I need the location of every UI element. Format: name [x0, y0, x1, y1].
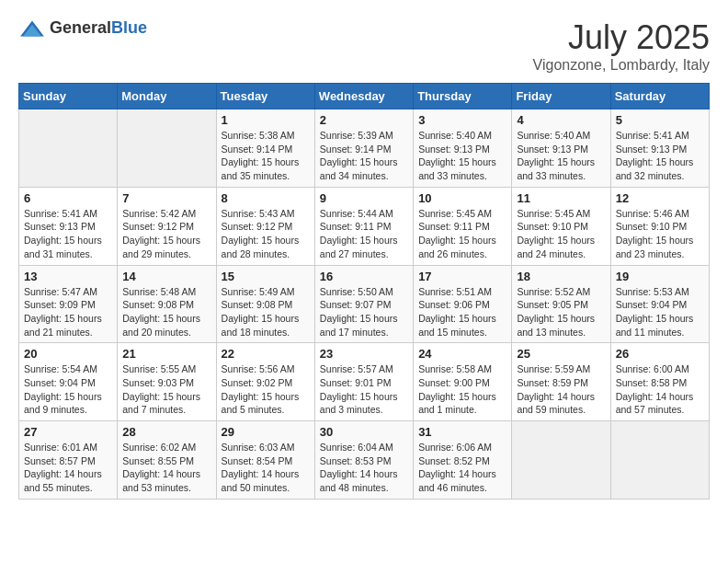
day-number: 7 — [122, 191, 210, 205]
calendar-cell: 17Sunrise: 5:51 AMSunset: 9:06 PMDayligh… — [414, 265, 512, 343]
day-info: Sunrise: 6:01 AMSunset: 8:57 PMDaylight:… — [24, 441, 112, 495]
calendar-cell: 27Sunrise: 6:01 AMSunset: 8:57 PMDayligh… — [19, 421, 118, 500]
day-number: 10 — [418, 191, 506, 205]
calendar-cell: 26Sunrise: 6:00 AMSunset: 8:58 PMDayligh… — [610, 343, 709, 421]
calendar-cell: 31Sunrise: 6:06 AMSunset: 8:52 PMDayligh… — [414, 421, 512, 500]
calendar-cell: 29Sunrise: 6:03 AMSunset: 8:54 PMDayligh… — [216, 421, 314, 500]
day-info: Sunrise: 5:55 AMSunset: 9:03 PMDaylight:… — [122, 362, 210, 417]
calendar-header-row: SundayMondayTuesdayWednesdayThursdayFrid… — [19, 84, 710, 109]
day-number: 20 — [24, 347, 112, 361]
calendar-cell: 24Sunrise: 5:58 AMSunset: 9:00 PMDayligh… — [414, 343, 512, 421]
calendar-cell: 22Sunrise: 5:56 AMSunset: 9:02 PMDayligh… — [216, 343, 314, 421]
day-number: 23 — [320, 347, 408, 361]
day-number: 6 — [24, 191, 112, 205]
calendar-cell: 2Sunrise: 5:39 AMSunset: 9:14 PMDaylight… — [314, 109, 413, 188]
calendar-cell — [610, 421, 709, 500]
day-info: Sunrise: 5:58 AMSunset: 9:00 PMDaylight:… — [418, 362, 506, 417]
calendar-cell: 7Sunrise: 5:42 AMSunset: 9:12 PMDaylight… — [118, 187, 216, 265]
day-info: Sunrise: 5:38 AMSunset: 9:14 PMDaylight:… — [222, 129, 310, 183]
day-info: Sunrise: 5:56 AMSunset: 9:02 PMDaylight:… — [222, 362, 310, 417]
calendar-cell: 4Sunrise: 5:40 AMSunset: 9:13 PMDaylight… — [512, 109, 610, 188]
day-info: Sunrise: 6:04 AMSunset: 8:53 PMDaylight:… — [320, 441, 408, 495]
calendar-cell: 25Sunrise: 5:59 AMSunset: 8:59 PMDayligh… — [512, 343, 610, 421]
weekday-header-saturday: Saturday — [610, 84, 709, 109]
calendar-cell: 30Sunrise: 6:04 AMSunset: 8:53 PMDayligh… — [314, 421, 413, 500]
calendar-cell: 13Sunrise: 5:47 AMSunset: 9:09 PMDayligh… — [19, 265, 118, 343]
calendar-table: SundayMondayTuesdayWednesdayThursdayFrid… — [18, 83, 710, 500]
calendar-cell — [19, 109, 118, 188]
day-number: 29 — [222, 425, 310, 439]
calendar-cell: 23Sunrise: 5:57 AMSunset: 9:01 PMDayligh… — [314, 343, 413, 421]
calendar-cell — [118, 109, 216, 188]
calendar-cell: 6Sunrise: 5:41 AMSunset: 9:13 PMDaylight… — [19, 187, 118, 265]
day-number: 14 — [122, 270, 210, 283]
day-info: Sunrise: 5:47 AMSunset: 9:09 PMDaylight:… — [24, 285, 112, 339]
day-number: 12 — [616, 191, 704, 205]
day-info: Sunrise: 5:54 AMSunset: 9:04 PMDaylight:… — [24, 362, 112, 417]
day-info: Sunrise: 5:48 AMSunset: 9:08 PMDaylight:… — [122, 285, 210, 339]
logo-general-text: General — [50, 18, 111, 37]
calendar-cell: 5Sunrise: 5:41 AMSunset: 9:13 PMDaylight… — [610, 109, 709, 188]
calendar-week-1: 1Sunrise: 5:38 AMSunset: 9:14 PMDaylight… — [19, 109, 710, 188]
day-number: 3 — [418, 113, 506, 127]
logo-icon — [18, 19, 46, 38]
day-info: Sunrise: 5:45 AMSunset: 9:10 PMDaylight:… — [517, 207, 605, 261]
day-info: Sunrise: 5:41 AMSunset: 9:13 PMDaylight:… — [24, 207, 112, 261]
day-info: Sunrise: 5:45 AMSunset: 9:11 PMDaylight:… — [418, 207, 506, 261]
calendar-cell: 18Sunrise: 5:52 AMSunset: 9:05 PMDayligh… — [512, 265, 610, 343]
day-info: Sunrise: 6:00 AMSunset: 8:58 PMDaylight:… — [616, 362, 704, 417]
day-info: Sunrise: 5:51 AMSunset: 9:06 PMDaylight:… — [418, 285, 506, 339]
calendar-cell: 12Sunrise: 5:46 AMSunset: 9:10 PMDayligh… — [610, 187, 709, 265]
day-number: 28 — [122, 425, 210, 439]
weekday-header-wednesday: Wednesday — [314, 84, 413, 109]
day-info: Sunrise: 5:44 AMSunset: 9:11 PMDaylight:… — [320, 207, 408, 261]
calendar-cell: 9Sunrise: 5:44 AMSunset: 9:11 PMDaylight… — [314, 187, 413, 265]
day-info: Sunrise: 5:40 AMSunset: 9:13 PMDaylight:… — [418, 129, 506, 183]
calendar-week-4: 20Sunrise: 5:54 AMSunset: 9:04 PMDayligh… — [19, 343, 710, 421]
day-number: 24 — [418, 347, 506, 361]
day-info: Sunrise: 5:41 AMSunset: 9:13 PMDaylight:… — [616, 129, 704, 183]
day-info: Sunrise: 5:42 AMSunset: 9:12 PMDaylight:… — [122, 207, 210, 261]
month-year-title: July 2025 — [533, 18, 710, 57]
day-info: Sunrise: 5:40 AMSunset: 9:13 PMDaylight:… — [517, 129, 605, 183]
day-number: 26 — [616, 347, 704, 361]
calendar-cell: 28Sunrise: 6:02 AMSunset: 8:55 PMDayligh… — [118, 421, 216, 500]
calendar-cell: 3Sunrise: 5:40 AMSunset: 9:13 PMDaylight… — [414, 109, 512, 188]
day-number: 1 — [222, 113, 310, 127]
day-number: 31 — [418, 425, 506, 439]
day-number: 30 — [320, 425, 408, 439]
title-block: July 2025 Vigonzone, Lombardy, Italy — [533, 18, 710, 74]
calendar-cell: 20Sunrise: 5:54 AMSunset: 9:04 PMDayligh… — [19, 343, 118, 421]
day-info: Sunrise: 5:43 AMSunset: 9:12 PMDaylight:… — [222, 207, 310, 261]
calendar-cell: 14Sunrise: 5:48 AMSunset: 9:08 PMDayligh… — [118, 265, 216, 343]
calendar-cell: 15Sunrise: 5:49 AMSunset: 9:08 PMDayligh… — [216, 265, 314, 343]
day-number: 8 — [222, 191, 310, 205]
day-number: 2 — [320, 113, 408, 127]
calendar-week-2: 6Sunrise: 5:41 AMSunset: 9:13 PMDaylight… — [19, 187, 710, 265]
day-info: Sunrise: 5:52 AMSunset: 9:05 PMDaylight:… — [517, 285, 605, 339]
day-number: 5 — [616, 113, 704, 127]
day-info: Sunrise: 6:03 AMSunset: 8:54 PMDaylight:… — [222, 441, 310, 495]
calendar-cell — [512, 421, 610, 500]
day-info: Sunrise: 5:39 AMSunset: 9:14 PMDaylight:… — [320, 129, 408, 183]
day-number: 27 — [24, 425, 112, 439]
logo: GeneralBlue — [18, 18, 147, 38]
day-info: Sunrise: 5:57 AMSunset: 9:01 PMDaylight:… — [320, 362, 408, 417]
weekday-header-friday: Friday — [512, 84, 610, 109]
day-info: Sunrise: 5:59 AMSunset: 8:59 PMDaylight:… — [517, 362, 605, 417]
calendar-cell: 1Sunrise: 5:38 AMSunset: 9:14 PMDaylight… — [216, 109, 314, 188]
day-number: 4 — [517, 113, 605, 127]
day-info: Sunrise: 6:06 AMSunset: 8:52 PMDaylight:… — [418, 441, 506, 495]
day-number: 17 — [418, 270, 506, 283]
calendar-cell: 11Sunrise: 5:45 AMSunset: 9:10 PMDayligh… — [512, 187, 610, 265]
day-number: 25 — [517, 347, 605, 361]
day-info: Sunrise: 5:49 AMSunset: 9:08 PMDaylight:… — [222, 285, 310, 339]
calendar-week-3: 13Sunrise: 5:47 AMSunset: 9:09 PMDayligh… — [19, 265, 710, 343]
location-subtitle: Vigonzone, Lombardy, Italy — [533, 57, 710, 74]
day-number: 18 — [517, 270, 605, 283]
weekday-header-sunday: Sunday — [19, 84, 118, 109]
calendar-cell: 21Sunrise: 5:55 AMSunset: 9:03 PMDayligh… — [118, 343, 216, 421]
calendar-week-5: 27Sunrise: 6:01 AMSunset: 8:57 PMDayligh… — [19, 421, 710, 500]
calendar-cell: 8Sunrise: 5:43 AMSunset: 9:12 PMDaylight… — [216, 187, 314, 265]
day-number: 15 — [222, 270, 310, 283]
